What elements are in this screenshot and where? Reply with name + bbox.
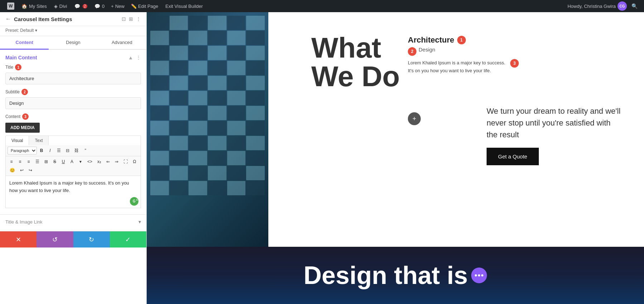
carousel-body: Lorem Khaled Ipsum is a major key to suc… [408, 59, 508, 75]
title-label: Title 1 [5, 64, 141, 70]
add-item-button[interactable]: + [408, 112, 421, 125]
collapse-icon[interactable]: ▲ [128, 55, 133, 60]
save-button[interactable]: ✓ [110, 231, 146, 247]
bullet-list-button[interactable]: ☰ [55, 147, 63, 155]
align-center-button[interactable]: ≡ [16, 158, 24, 166]
comments-item[interactable]: 💬 2 [71, 0, 91, 12]
cancel-icon: ✕ [16, 236, 21, 244]
grammarly-count: 1 [136, 198, 138, 202]
edit-page-button[interactable]: ✏️ Edit Page [127, 0, 162, 12]
italic-button[interactable]: I [46, 147, 54, 155]
carousel-title-badge: 1 [457, 36, 466, 44]
edit-page-label: Edit Page [138, 4, 158, 9]
divi-item[interactable]: ◈ Divi [50, 0, 71, 12]
collapsible-header[interactable]: Title & Image Link ▾ [5, 215, 141, 227]
feedback-item[interactable]: 💬 0 [91, 0, 108, 12]
menu-icon[interactable]: ⋮ [136, 16, 141, 22]
add-media-button[interactable]: ADD MEDIA [5, 123, 40, 133]
section-header: Main Content ▲ ⋮ [0, 50, 146, 64]
admin-bar-left: W 🏠 My Sites ◈ Divi 💬 2 💬 0 + New ✏️ Edi… [4, 0, 567, 12]
underline-button[interactable]: U [59, 158, 67, 166]
carousel-body-badge: 3 [510, 59, 519, 68]
carousel-title-row: Architecture 1 [408, 35, 580, 45]
bold-button[interactable]: B [38, 147, 45, 155]
redo-editor-button[interactable]: ↪ [26, 166, 34, 174]
back-arrow-icon[interactable]: ← [5, 16, 11, 22]
plus-icon: + [111, 4, 114, 9]
title-input[interactable] [5, 73, 141, 84]
bottom-action-bar: ✕ ↺ ↻ ✓ [0, 231, 146, 247]
subtitle-input[interactable] [5, 97, 141, 109]
purple-dot [471, 268, 487, 283]
resize-icon[interactable]: ⊡ [122, 16, 126, 22]
redo-button[interactable]: ↻ [73, 231, 110, 247]
home-icon: 🏠 [21, 4, 27, 9]
more-options-icon[interactable]: ⋮ [136, 55, 141, 60]
my-sites-item[interactable]: 🏠 My Sites [18, 0, 50, 12]
content-label-text: Content [5, 114, 20, 119]
numbered-list-button[interactable]: ⊟ [64, 147, 72, 155]
code-button[interactable]: <> [85, 158, 94, 166]
left-panel: ← Carousel Item Settings ⊡ ⊞ ⋮ Preset: D… [0, 12, 147, 304]
table-button[interactable]: ⊞ [42, 158, 50, 166]
paragraph-select[interactable]: Paragraph Heading 1 Heading 2 [8, 147, 37, 155]
editor-tab-text[interactable]: Text [29, 136, 49, 145]
admin-bar: W 🏠 My Sites ◈ Divi 💬 2 💬 0 + New ✏️ Edi… [0, 0, 644, 12]
tabs-row: Content Design Advanced [0, 36, 146, 50]
tab-advanced[interactable]: Advanced [98, 36, 146, 50]
preset-label[interactable]: Preset: Default [5, 28, 34, 33]
new-button[interactable]: + New [108, 0, 127, 12]
strikethrough-button[interactable]: S [51, 158, 59, 166]
plus-icon: + [413, 115, 416, 123]
divi-icon: ◈ [54, 4, 58, 9]
special-char-button[interactable]: Ω [131, 158, 138, 166]
exit-visual-builder-button[interactable]: Exit Visual Builder [162, 0, 206, 12]
align-justify-button[interactable]: ☰ [33, 158, 42, 166]
indent-dec-button[interactable]: ⇐ [104, 158, 112, 166]
color-arrow-button[interactable]: ▾ [77, 158, 84, 166]
title-badge: 1 [15, 64, 21, 70]
feedback-count: 0 [102, 4, 104, 9]
toolbar-row-1: Paragraph Heading 1 Heading 2 B I ☰ ⊟ ⛓ … [5, 145, 141, 156]
subscript-button[interactable]: x₂ [95, 158, 103, 166]
emoji-button[interactable]: 😊 [8, 166, 17, 174]
link-button[interactable]: ⛓ [72, 147, 81, 155]
exit-visual-label: Exit Visual Builder [165, 4, 203, 9]
wp-logo-item[interactable]: W [4, 0, 18, 12]
fullscreen-button[interactable]: ⛶ [121, 158, 130, 166]
panel-header: ← Carousel Item Settings ⊡ ⊞ ⋮ [0, 12, 146, 26]
title-image-link-label: Title & Image Link [5, 219, 43, 225]
hero-text: What We Do [311, 34, 400, 91]
font-color-button[interactable]: A [68, 158, 76, 166]
undo-button[interactable]: ↺ [36, 231, 73, 247]
editor-tab-visual[interactable]: Visual [6, 136, 29, 145]
title-field-group: Title 1 [0, 64, 146, 89]
get-quote-button[interactable]: Get a Quote [487, 148, 539, 165]
section-header-icons: ▲ ⋮ [128, 55, 141, 60]
preset-arrow-icon[interactable]: ▾ [35, 28, 37, 33]
align-left-button[interactable]: ≡ [8, 158, 15, 166]
blockquote-button[interactable]: " [82, 147, 89, 155]
search-icon[interactable]: 🔍 [629, 3, 640, 9]
editor-tabs: Visual Text [5, 136, 141, 145]
align-right-button[interactable]: ≡ [25, 158, 33, 166]
chevron-down-icon: ▾ [138, 219, 141, 225]
subtitle-badge: 2 [21, 89, 28, 95]
comment-count: 2 [83, 4, 88, 9]
tab-content[interactable]: Content [0, 36, 49, 50]
carousel-subtitle: Design [419, 46, 435, 53]
undo-editor-button[interactable]: ↩ [18, 166, 26, 174]
carousel-title: Architecture [408, 35, 454, 45]
cancel-button[interactable]: ✕ [0, 231, 36, 247]
tab-design[interactable]: Design [49, 36, 97, 50]
indent-inc-button[interactable]: ⇒ [113, 158, 121, 166]
design-text: Design that is [304, 261, 487, 290]
title-label-text: Title [5, 65, 13, 70]
preview-bottom: Design that is [147, 247, 644, 304]
content-text: Lorem Khaled Ipsum is a major key to suc… [9, 180, 129, 193]
panel-title: Carousel Item Settings [14, 16, 72, 22]
editor-content[interactable]: Lorem Khaled Ipsum is a major key to suc… [5, 176, 141, 208]
undo-icon: ↺ [52, 236, 58, 244]
grid-icon[interactable]: ⊞ [129, 16, 133, 22]
redo-icon: ↻ [89, 236, 94, 244]
